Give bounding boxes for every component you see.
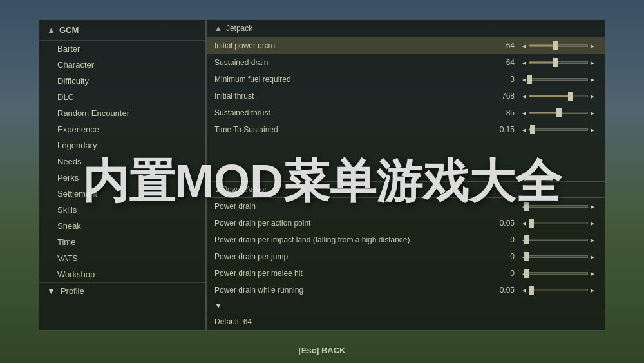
slider-thumb[interactable]: [529, 286, 534, 295]
slider-arrow-right[interactable]: ►: [589, 253, 596, 260]
slider-thumb[interactable]: [568, 92, 573, 101]
setting-row[interactable]: Sustained thrust85◄►: [207, 104, 605, 121]
slider-container[interactable]: ◄►: [520, 93, 597, 100]
slider-track[interactable]: [529, 205, 588, 208]
sidebar-header: ▲ GCM: [39, 20, 205, 41]
slider-arrow-right[interactable]: ►: [589, 237, 596, 244]
power-armor-collapse-arrow[interactable]: ▲: [214, 185, 222, 194]
slider-thumb[interactable]: [530, 125, 535, 134]
sidebar-item-character[interactable]: Character: [39, 57, 205, 73]
slider-arrow-right[interactable]: ►: [589, 93, 596, 100]
setting-row[interactable]: Initial power drain64◄►: [207, 37, 605, 54]
slider-container[interactable]: ◄►: [520, 270, 597, 277]
setting-row[interactable]: Power drain◄►: [207, 198, 605, 215]
slider-container[interactable]: ◄►: [520, 43, 597, 50]
sidebar-item-vats[interactable]: VATS: [39, 250, 205, 266]
slider-arrow-left[interactable]: ◄: [521, 59, 527, 66]
slider-track[interactable]: [529, 44, 588, 47]
sidebar-item-experience[interactable]: Experience: [39, 121, 205, 137]
default-text: Default: 64: [207, 313, 605, 330]
sidebar-item-difficulty[interactable]: Difficulty: [39, 73, 205, 89]
slider-container[interactable]: ◄►: [520, 220, 597, 227]
slider-track[interactable]: [529, 78, 588, 81]
sidebar-item-perks[interactable]: Perks: [39, 170, 205, 186]
slider-arrow-right[interactable]: ►: [589, 43, 596, 50]
slider-arrow-right[interactable]: ►: [589, 287, 596, 294]
sidebar-item-sneak[interactable]: Sneak: [39, 218, 205, 234]
setting-row[interactable]: Power drain while running0.05◄►: [207, 282, 605, 299]
setting-row[interactable]: Power drain per action point0.05◄►: [207, 215, 605, 231]
slider-track[interactable]: [529, 128, 588, 131]
setting-value: 0.15: [489, 125, 515, 134]
slider-thumb[interactable]: [527, 75, 532, 84]
sidebar-items-list: BarterCharacterDifficultyDLCRandom Encou…: [39, 41, 205, 282]
setting-value: 0.05: [489, 219, 515, 228]
slider-container[interactable]: ◄►: [520, 203, 597, 210]
slider-arrow-right[interactable]: ►: [589, 76, 596, 83]
slider-thumb[interactable]: [556, 108, 562, 117]
slider-container[interactable]: ◄►: [520, 126, 597, 133]
sidebar-item-settlement[interactable]: Settlement: [39, 186, 205, 202]
jetpack-collapse-arrow[interactable]: ▲: [214, 24, 222, 33]
slider-arrow-left[interactable]: ◄: [521, 126, 527, 133]
expand-arrow[interactable]: ▼: [207, 299, 605, 313]
sidebar-item-dlc[interactable]: DLC: [39, 89, 205, 105]
slider-arrow-left[interactable]: ◄: [521, 287, 527, 294]
setting-label: Minimum fuel required: [214, 75, 489, 84]
sidebar-collapse-arrow[interactable]: ▲: [47, 25, 55, 35]
slider-arrow-left[interactable]: ◄: [521, 220, 527, 227]
setting-value: 85: [489, 108, 515, 117]
slider-arrow-right[interactable]: ►: [589, 110, 596, 117]
slider-thumb[interactable]: [553, 41, 558, 50]
sidebar-item-legendary[interactable]: Legendary: [39, 137, 205, 153]
setting-row[interactable]: Power drain per jump0◄►: [207, 248, 605, 265]
setting-row[interactable]: Power drain per impact land (falling fro…: [207, 231, 605, 248]
sidebar-item-workshop[interactable]: Workshop: [39, 266, 205, 282]
slider-track[interactable]: [529, 112, 588, 114]
setting-row[interactable]: Sustained drain64◄►: [207, 54, 605, 71]
power-armor-title: Power Armor: [222, 185, 267, 194]
slider-track[interactable]: [529, 255, 588, 258]
back-bar: [Esc] BACK: [0, 346, 644, 355]
slider-arrow-left[interactable]: ◄: [521, 110, 527, 117]
slider-container[interactable]: ◄►: [520, 237, 597, 244]
sidebar-footer[interactable]: ▼ Profile: [39, 282, 205, 299]
setting-row[interactable]: Minimum fuel required3◄►: [207, 71, 605, 88]
slider-track[interactable]: [529, 239, 588, 241]
slider-arrow-right[interactable]: ►: [589, 203, 596, 210]
slider-arrow-left[interactable]: ◄: [521, 43, 527, 50]
slider-track[interactable]: [529, 61, 588, 64]
setting-row[interactable]: Power drain per melee hit0◄►: [207, 265, 605, 282]
slider-thumb[interactable]: [524, 202, 529, 211]
slider-arrow-right[interactable]: ►: [589, 126, 596, 133]
slider-arrow-right[interactable]: ►: [589, 270, 596, 277]
slider-arrow-left[interactable]: ◄: [521, 76, 527, 83]
slider-arrow-right[interactable]: ►: [589, 220, 596, 227]
slider-arrow-right[interactable]: ►: [589, 59, 596, 66]
setting-row[interactable]: Time To Sustained0.15◄►: [207, 121, 605, 138]
setting-label: Power drain per melee hit: [214, 269, 489, 278]
back-button[interactable]: [Esc] BACK: [299, 346, 346, 355]
slider-container[interactable]: ◄►: [520, 59, 597, 66]
slider-container[interactable]: ◄►: [520, 287, 597, 294]
slider-container[interactable]: ◄►: [520, 110, 597, 117]
setting-row[interactable]: Initial thrust768◄►: [207, 88, 605, 104]
sidebar-item-skills[interactable]: Skills: [39, 202, 205, 218]
sidebar-item-barter[interactable]: Barter: [39, 41, 205, 57]
slider-thumb[interactable]: [524, 269, 529, 278]
sidebar-item-time[interactable]: Time: [39, 234, 205, 250]
slider-arrow-left[interactable]: ◄: [521, 93, 527, 100]
sidebar-item-needs[interactable]: Needs: [39, 153, 205, 170]
slider-container[interactable]: ◄►: [520, 253, 597, 260]
slider-track[interactable]: [529, 95, 588, 97]
slider-container[interactable]: ◄►: [520, 76, 597, 83]
slider-thumb[interactable]: [524, 235, 529, 244]
slider-thumb[interactable]: [524, 252, 529, 261]
slider-track[interactable]: [529, 272, 588, 275]
sidebar-item-random-encounter[interactable]: Random Encounter: [39, 105, 205, 121]
slider-thumb[interactable]: [529, 219, 534, 228]
slider-track[interactable]: [529, 222, 588, 224]
slider-thumb[interactable]: [553, 58, 558, 67]
setting-value: 0: [489, 269, 515, 278]
slider-track[interactable]: [529, 289, 588, 291]
